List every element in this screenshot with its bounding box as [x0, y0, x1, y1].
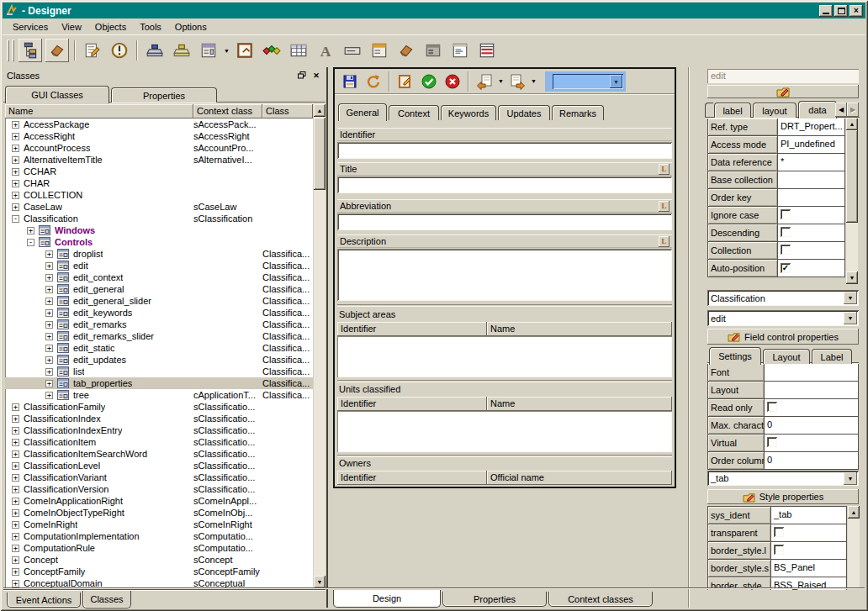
- dock-tab-event-actions[interactable]: Event Actions: [7, 593, 81, 608]
- checkbox-icon[interactable]: [767, 402, 777, 412]
- table-icon[interactable]: [287, 39, 310, 62]
- classes-tab-properties[interactable]: Properties: [111, 87, 217, 103]
- window-list-icon[interactable]: [197, 39, 220, 62]
- expand-toggle-icon[interactable]: +: [12, 133, 19, 140]
- tree-item-caselaw[interactable]: +CaseLawsCaseLaw: [5, 201, 313, 213]
- tree-item-comeinright[interactable]: +ComeInRightsComeInRight: [5, 519, 313, 530]
- language-icon[interactable]: L: [659, 201, 670, 212]
- property-value[interactable]: [765, 381, 859, 399]
- expand-toggle-icon[interactable]: +: [12, 415, 19, 423]
- tree-item-collection[interactable]: +COLLECTION: [5, 189, 313, 201]
- close-panel-button[interactable]: ✕: [310, 70, 322, 81]
- refresh-icon[interactable]: [363, 71, 384, 92]
- toolbar-drag-handle[interactable]: [7, 40, 9, 61]
- property-value[interactable]: _tab: [771, 506, 847, 524]
- expand-toggle-icon[interactable]: -: [27, 239, 34, 246]
- drawer-closed-icon[interactable]: [170, 39, 193, 62]
- tree-item-edit-updates[interactable]: +edit_updatesClassifica...: [5, 354, 313, 366]
- expand-toggle-icon[interactable]: +: [45, 286, 53, 293]
- tree-item-edit-keywords[interactable]: +edit_keywordsClassifica...: [5, 307, 313, 319]
- tree-item-classificationfamily[interactable]: +ClassificationFamilysClassificatio...: [5, 401, 313, 413]
- code-window-icon[interactable]: [448, 39, 472, 62]
- property-value[interactable]: DRT_Propert...: [778, 118, 845, 136]
- description-input[interactable]: [337, 249, 672, 301]
- expand-toggle-icon[interactable]: +: [45, 345, 53, 352]
- selected-control-name-field[interactable]: edit: [707, 69, 859, 83]
- property-value[interactable]: [765, 398, 859, 417]
- column-header-name[interactable]: Name: [487, 322, 672, 336]
- expand-toggle-icon[interactable]: +: [12, 156, 19, 164]
- scroll-down-button[interactable]: ▼: [314, 576, 326, 588]
- scroll-down-button[interactable]: ▼: [846, 271, 858, 284]
- reject-icon[interactable]: [442, 71, 463, 92]
- expand-toggle-icon[interactable]: +: [12, 450, 19, 458]
- tree-item-classificationitem[interactable]: +ClassificationItemsClassificatio...: [5, 436, 313, 448]
- tree-item-edit-remarks[interactable]: +edit_remarksClassifica...: [5, 319, 313, 330]
- expand-toggle-icon[interactable]: +: [12, 168, 19, 176]
- tree-item-edit-static[interactable]: +edit_staticClassifica...: [5, 342, 313, 354]
- tree-item-edit-context[interactable]: +edit_contextClassifica...: [5, 271, 313, 283]
- button-control-icon[interactable]: [341, 39, 364, 62]
- font-icon[interactable]: A: [314, 39, 337, 62]
- field-control-properties-button[interactable]: Field control properties: [707, 329, 859, 345]
- column-header-identifier[interactable]: Identifier: [337, 471, 487, 485]
- column-header-identifier[interactable]: Identifier: [337, 397, 487, 411]
- class-hierarchy-icon[interactable]: [19, 39, 42, 62]
- control-tab-settings[interactable]: Settings: [709, 347, 761, 365]
- open-properties-button[interactable]: [707, 85, 859, 98]
- expand-toggle-icon[interactable]: +: [12, 568, 19, 576]
- expand-toggle-icon[interactable]: +: [12, 521, 19, 529]
- column-header-identifier[interactable]: Identifier: [337, 322, 487, 336]
- tree-item-controls[interactable]: -Controls: [5, 236, 313, 248]
- inspector-tab-layout[interactable]: layout: [753, 103, 797, 118]
- tree-item-conceptfamily[interactable]: +ConceptFamilysConceptFamily: [5, 566, 313, 577]
- tree-item-classificationlevel[interactable]: +ClassificationLevelsClassificatio...: [5, 460, 313, 471]
- property-value[interactable]: BS_Panel: [771, 559, 847, 577]
- navigate-forward-icon[interactable]: [506, 71, 528, 92]
- property-value[interactable]: PI_undefined: [778, 135, 845, 154]
- image-tool-icon[interactable]: [233, 39, 257, 62]
- section-body[interactable]: [337, 336, 672, 377]
- expand-toggle-icon[interactable]: +: [45, 392, 53, 399]
- class-combobox[interactable]: Classification ▼: [707, 290, 859, 306]
- dock-tab-classes[interactable]: Classes: [82, 591, 131, 608]
- menu-tools[interactable]: Tools: [133, 20, 168, 34]
- form-grey-icon[interactable]: [421, 39, 445, 62]
- tree-item-edit[interactable]: +editClassifica...: [5, 260, 313, 271]
- expand-toggle-icon[interactable]: +: [12, 474, 19, 482]
- expand-toggle-icon[interactable]: +: [45, 274, 53, 282]
- property-value[interactable]: [765, 363, 859, 382]
- property-value[interactable]: [778, 224, 845, 242]
- save-icon[interactable]: [339, 71, 361, 92]
- property-value[interactable]: 0: [765, 451, 859, 470]
- tree-item-classificationindex[interactable]: +ClassificationIndexsClassificatio...: [5, 413, 313, 424]
- scrollbar-thumb[interactable]: [846, 130, 858, 223]
- expand-toggle-icon[interactable]: +: [12, 462, 19, 470]
- tree-item-edit-general-slider[interactable]: +edit_general_sliderClassifica...: [5, 295, 313, 307]
- tree-item-tree[interactable]: +treecApplicationT...Classifica...: [5, 389, 313, 401]
- property-value[interactable]: [778, 206, 845, 224]
- property-value[interactable]: *: [778, 153, 845, 171]
- expand-toggle-icon[interactable]: +: [12, 498, 19, 505]
- eraser-icon[interactable]: [45, 39, 69, 62]
- expand-toggle-icon[interactable]: +: [12, 203, 19, 211]
- expand-toggle-icon[interactable]: +: [12, 486, 19, 493]
- expand-toggle-icon[interactable]: +: [45, 356, 53, 364]
- control-tab-layout[interactable]: Layout: [763, 349, 810, 364]
- expand-toggle-icon[interactable]: +: [12, 180, 19, 187]
- approve-icon[interactable]: [418, 71, 440, 92]
- form-tab-keywords[interactable]: Keywords: [441, 105, 496, 120]
- checkbox-icon[interactable]: [767, 437, 777, 447]
- abbreviation-input[interactable]: [337, 213, 672, 230]
- property-value[interactable]: [778, 171, 845, 189]
- tree-item-comeinobjecttyperight[interactable]: +ComeInObjectTypeRightsComeInObj...: [5, 507, 313, 519]
- section-splitter[interactable]: [337, 304, 672, 307]
- float-panel-button[interactable]: [296, 70, 308, 81]
- column-header-class[interactable]: Class: [262, 104, 313, 119]
- property-value[interactable]: [771, 524, 847, 542]
- expand-toggle-icon[interactable]: +: [27, 227, 34, 234]
- column-header-official-name[interactable]: Official name: [487, 471, 672, 485]
- tree-item-accessright[interactable]: +AccessRightsAccessRight: [5, 130, 313, 142]
- scroll-up-button[interactable]: ▲: [846, 118, 858, 130]
- expand-toggle-icon[interactable]: +: [12, 533, 19, 540]
